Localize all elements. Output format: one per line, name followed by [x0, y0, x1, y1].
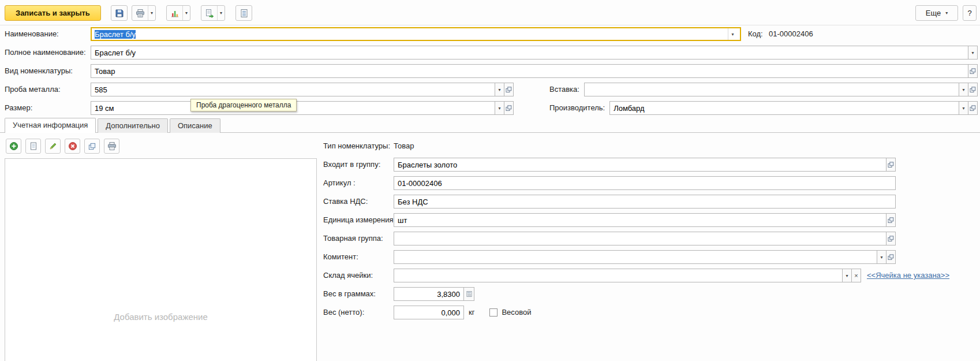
- open-icon: [970, 105, 976, 111]
- open-image-button[interactable]: [84, 139, 100, 154]
- manufacturer-label: Производитель:: [549, 101, 609, 115]
- tab-additional[interactable]: Дополнительно: [98, 118, 168, 133]
- image-placeholder: Добавить изображение: [5, 312, 317, 322]
- help-button[interactable]: ?: [963, 5, 977, 21]
- print-menu-arrow[interactable]: ▾: [148, 6, 155, 20]
- article-input[interactable]: 01-00002406: [394, 176, 896, 190]
- consignor-label: Комитент:: [323, 250, 394, 264]
- top-toolbar: Записать и закрыть ▾ ▾ ▾ Еще ▾ ?: [0, 0, 980, 25]
- image-drop-area[interactable]: [5, 158, 317, 361]
- vat-input[interactable]: Без НДС: [394, 195, 896, 209]
- pencil-icon: [48, 142, 58, 151]
- group-label: Входит в группу:: [323, 158, 394, 172]
- group-open-button[interactable]: [886, 158, 896, 172]
- print-image-button[interactable]: [104, 139, 119, 154]
- more-button[interactable]: Еще ▾: [915, 5, 958, 21]
- field-row-kind: Вид номенклатуры: Товар: [5, 64, 978, 78]
- manufacturer-value: Ломбард: [614, 104, 644, 113]
- vat-label: Ставка НДС:: [323, 195, 394, 209]
- detail-row-weight-grams: Вес в граммах: 3,8300: [323, 287, 896, 301]
- floppy-disk-icon: [111, 6, 127, 20]
- assay-value: 585: [95, 85, 107, 94]
- bar-chart-icon: [167, 6, 182, 20]
- more-button-label: Еще: [926, 9, 941, 17]
- unit-label: Единица измерения:: [323, 213, 394, 227]
- name-value: Браслет б/у: [95, 30, 136, 39]
- weight-flag-checkbox[interactable]: [489, 308, 498, 317]
- manufacturer-open-button[interactable]: [968, 101, 978, 115]
- reports-menu-arrow[interactable]: ▾: [182, 6, 190, 20]
- weight-grams-input[interactable]: 3,8300: [394, 287, 464, 301]
- print-button[interactable]: ▾: [132, 5, 156, 21]
- weight-net-unit-label: кг: [469, 306, 474, 319]
- name-input[interactable]: Браслет б/у ▾: [91, 27, 741, 41]
- size-value: 19 см: [95, 104, 114, 113]
- manufacturer-dropdown-button[interactable]: ▾: [959, 101, 968, 115]
- insert-label: Вставка:: [549, 83, 584, 96]
- name-dropdown-icon[interactable]: ▾: [728, 28, 737, 40]
- consignor-dropdown-button[interactable]: ▾: [877, 250, 887, 264]
- save-button[interactable]: [111, 5, 128, 21]
- product-group-input[interactable]: [394, 232, 887, 245]
- weight-grams-value: 3,8300: [437, 290, 460, 299]
- cell-not-set-link[interactable]: <<Ячейка не указана>>: [867, 269, 949, 282]
- printer-icon: [132, 6, 148, 20]
- assay-open-button[interactable]: [504, 83, 514, 96]
- size-dropdown-button[interactable]: ▾: [495, 101, 504, 115]
- weight-net-input[interactable]: 0,000: [394, 306, 464, 319]
- calculator-icon: [466, 291, 473, 297]
- save-and-close-button[interactable]: Записать и закрыть: [5, 5, 101, 21]
- unit-value: шт: [398, 216, 407, 225]
- create-based-on-menu-arrow[interactable]: ▾: [217, 6, 225, 20]
- open-icon: [888, 254, 894, 260]
- green-plus-circle-icon: [9, 142, 18, 151]
- open-icon: [888, 236, 894, 242]
- field-row-name: Наименование: Браслет б/у ▾: [5, 27, 741, 41]
- assay-dropdown-button[interactable]: ▾: [495, 83, 504, 96]
- article-label: Артикул :: [323, 176, 394, 190]
- document-list-button[interactable]: [235, 5, 252, 21]
- consignor-open-button[interactable]: [886, 250, 896, 264]
- assay-input[interactable]: 585: [91, 83, 495, 96]
- product-group-label: Товарная группа:: [323, 232, 394, 245]
- cell-warehouse-input[interactable]: [394, 269, 843, 282]
- manufacturer-input[interactable]: Ломбард: [609, 101, 959, 115]
- tab-accounting-info[interactable]: Учетная информация: [5, 118, 96, 133]
- load-file-button[interactable]: [25, 139, 41, 154]
- tab-description[interactable]: Описание: [170, 118, 220, 133]
- consignor-input[interactable]: [394, 250, 877, 264]
- insert-input[interactable]: [584, 83, 959, 96]
- vat-value: Без НДС: [398, 198, 428, 206]
- full-name-input[interactable]: Браслет б/у: [91, 46, 968, 59]
- reports-button[interactable]: ▾: [166, 5, 190, 21]
- save-and-close-label: Записать и закрыть: [16, 9, 90, 17]
- detail-row-article: Артикул : 01-00002406: [323, 176, 896, 190]
- delete-image-button[interactable]: [65, 139, 80, 154]
- add-image-button[interactable]: [6, 139, 21, 154]
- cell-warehouse-label: Склад ячейки:: [323, 269, 394, 282]
- product-group-open-button[interactable]: [886, 232, 896, 245]
- create-based-on-button[interactable]: ▾: [201, 5, 225, 21]
- insert-dropdown-button[interactable]: ▾: [959, 83, 968, 96]
- unit-input[interactable]: шт: [394, 213, 887, 227]
- cell-warehouse-dropdown-button[interactable]: ▾: [842, 269, 852, 282]
- detail-row-consignor: Комитент: ▾: [323, 250, 896, 264]
- kind-value: Товар: [95, 67, 115, 76]
- cell-warehouse-clear-button[interactable]: ×: [851, 269, 861, 282]
- tab-accounting-label: Учетная информация: [13, 121, 88, 129]
- edit-image-button[interactable]: [45, 139, 61, 154]
- size-open-button[interactable]: [504, 101, 514, 115]
- field-row-assay: Проба металла: 585 ▾: [5, 83, 514, 96]
- kind-open-button[interactable]: [968, 64, 978, 78]
- insert-open-button[interactable]: [968, 83, 978, 96]
- size-label: Размер:: [5, 101, 91, 115]
- full-name-dropdown-button[interactable]: ▾: [968, 46, 978, 59]
- weight-grams-calculator-button[interactable]: [463, 287, 474, 301]
- kind-input[interactable]: Товар: [91, 64, 968, 78]
- code-label: Код:: [748, 27, 763, 41]
- detail-row-group: Входит в группу: Браслеты золото: [323, 158, 896, 172]
- overlapping-squares-icon: [88, 142, 96, 151]
- unit-open-button[interactable]: [886, 213, 896, 227]
- detail-row-cell-warehouse: Склад ячейки: ▾ × <<Ячейка не указана>>: [323, 269, 975, 282]
- group-input[interactable]: Браслеты золото: [394, 158, 887, 172]
